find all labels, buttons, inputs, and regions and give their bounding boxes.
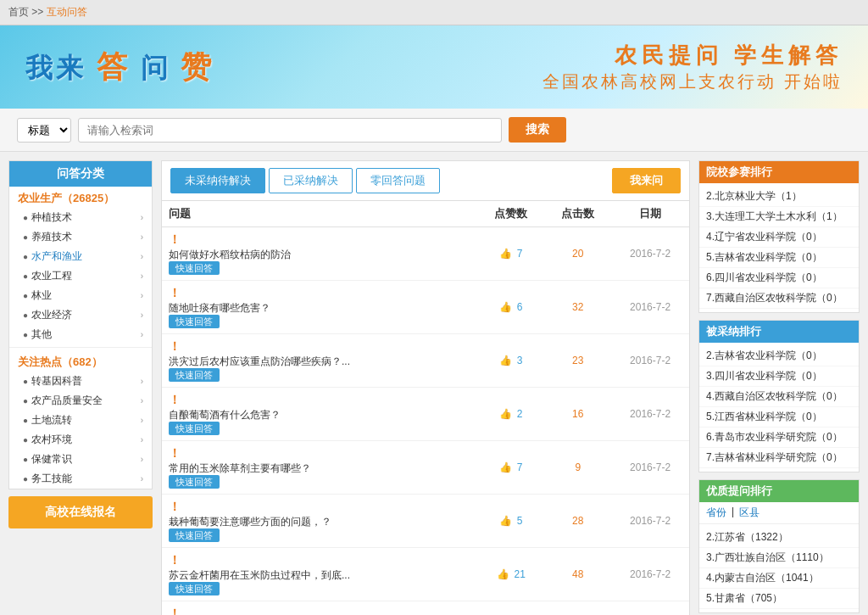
question-link[interactable]: 栽种葡萄要注意哪些方面的问题，？ (169, 515, 471, 529)
list-item[interactable]: 3.四川省农业科学院（0） (699, 366, 859, 387)
click-count: 20 (572, 248, 583, 260)
sidebar-item-other[interactable]: ●其他 › (9, 325, 152, 344)
clicks-cell: 16 (544, 388, 611, 441)
list-item[interactable]: 6.青岛市农业科学研究院（0） (699, 428, 859, 448)
search-button[interactable]: 搜索 (509, 117, 566, 143)
sidebar-item-plant[interactable]: ●种植技术 › (9, 208, 152, 227)
banner-slogan2: 全国农林高校网上支农行动 开始啦 (542, 70, 843, 93)
list-item[interactable]: 3.大连理工大学土木水利（1） (699, 207, 859, 227)
list-item[interactable]: 5.甘肃省（705） (699, 589, 859, 609)
question-cell: ！ 自酿葡萄酒有什么危害？ 快速回答 (162, 388, 478, 441)
sidebar-item-agri-eng[interactable]: ●农业工程 › (9, 266, 152, 286)
question-link[interactable]: 如何做好水稻纹枯病的防治 (169, 248, 471, 262)
sidebar-college-register[interactable]: 高校在线报名 (8, 496, 153, 528)
tab-solved[interactable]: 已采纳解决 (269, 168, 353, 193)
tab-ask[interactable]: 我来问 (612, 168, 681, 193)
sidebar-item-env[interactable]: ●农村环境 › (9, 430, 152, 450)
question-cell: ！ 洪灾过后农村应该重点防治哪些疾病？... 快速回答 (162, 334, 478, 388)
clicks-cell: 30 (544, 601, 611, 616)
question-icon: ！ (169, 607, 181, 615)
search-type-select[interactable]: 标题 (17, 118, 71, 143)
question-link[interactable]: 自酿葡萄酒有什么危害？ (169, 408, 471, 422)
clicks-cell: 48 (544, 548, 611, 601)
list-item[interactable]: 6.四川省农业科学院（0） (699, 268, 859, 288)
sidebar-item-agri-econ[interactable]: ●农业经济 › (9, 305, 152, 325)
clicks-cell: 23 (544, 334, 611, 388)
list-item[interactable]: 2.吉林省农业科学院（0） (699, 346, 859, 366)
search-input[interactable] (78, 118, 502, 143)
like-icon: 👍 (497, 568, 509, 580)
sidebar-item-food-safety[interactable]: ●农产品质量安全 › (9, 391, 152, 411)
likes-cell: 👍 2 (478, 388, 545, 441)
likes-cell: 👍 23 (478, 601, 545, 616)
sidebar-item-labor[interactable]: ●务工技能 › (9, 469, 152, 489)
list-item[interactable]: 3.广西壮族自治区（1110） (699, 548, 859, 568)
list-item[interactable]: 7.吉林省林业科学研究院（0） (699, 448, 859, 468)
list-item[interactable]: 7.西藏自治区农牧科学院（0） (699, 288, 859, 309)
date-cell: 2016-7-2 (611, 227, 689, 281)
sidebar-item-land[interactable]: ●土地流转 › (9, 411, 152, 430)
quality-link-province[interactable]: 省份 (706, 506, 726, 520)
table-row: ！ 梨树的叶子为什么变黄？ 快速回答 👍 23 30 2016-7-2 (162, 601, 689, 616)
list-item[interactable]: 4.内蒙古自治区（1041） (699, 568, 859, 589)
like-count: 6 (517, 301, 523, 313)
click-count: 23 (572, 355, 583, 366)
clicks-cell: 32 (544, 281, 611, 334)
tab-unsolved[interactable]: 未采纳待解决 (170, 168, 265, 193)
fast-reply-button[interactable]: 快速回答 (169, 261, 220, 275)
date-cell: 2016-7-2 (611, 548, 689, 601)
question-link[interactable]: 随地吐痰有哪些危害？ (169, 301, 471, 316)
fast-reply-button[interactable]: 快速回答 (169, 582, 220, 595)
like-icon: 👍 (499, 355, 512, 366)
tab-no-reply[interactable]: 零回答问题 (356, 168, 440, 193)
sidebar-item-gmo[interactable]: ●转基因科普 › (9, 372, 152, 391)
question-icon: ！ (169, 553, 181, 567)
clicks-cell: 28 (544, 495, 611, 548)
date-text: 2016-7-2 (630, 355, 670, 366)
content-area: 未采纳待解决 已采纳解决 零回答问题 我来问 问题 点赞数 点击数 日期 ！ 如… (161, 160, 690, 615)
date-cell: 2016-7-2 (611, 441, 689, 495)
table-row: ！ 洪灾过后农村应该重点防治哪些疾病？... 快速回答 👍 3 23 2016-… (162, 334, 689, 388)
sidebar-item-health[interactable]: ●保健常识 › (9, 450, 152, 469)
like-count: 2 (517, 408, 523, 420)
qa-table: 问题 点赞数 点击数 日期 ！ 如何做好水稻纹枯病的防治 快速回答 👍 7 20… (162, 201, 689, 615)
right-sidebar: 院校参赛排行 2.北京林业大学（1）3.大连理工大学土木水利（1）4.辽宁省农业… (698, 160, 860, 615)
question-link[interactable]: 苏云金杆菌用在玉米防虫过程中，到底... (169, 568, 471, 583)
list-item[interactable]: 4.西藏自治区农牧科学院（0） (699, 387, 859, 407)
list-item[interactable]: 5.吉林省农业科学院（0） (699, 248, 859, 268)
fast-reply-button[interactable]: 快速回答 (169, 422, 220, 435)
table-row: ！ 自酿葡萄酒有什么危害？ 快速回答 👍 2 16 2016-7-2 (162, 388, 689, 441)
date-text: 2016-7-2 (630, 301, 670, 313)
click-count: 32 (572, 301, 583, 313)
like-icon: 👍 (499, 248, 512, 260)
fast-reply-button[interactable]: 快速回答 (169, 475, 220, 489)
list-item[interactable]: 5.江西省林业科学院（0） (699, 407, 859, 428)
breadcrumb: 首页 >> 互动问答 (0, 0, 868, 25)
sidebar-item-fishery[interactable]: ●水产和渔业 › (9, 247, 152, 266)
clicks-cell: 9 (544, 441, 611, 495)
question-link[interactable]: 洪灾过后农村应该重点防治哪些疾病？... (169, 355, 471, 369)
date-cell: 2016-7-2 (611, 334, 689, 388)
list-item[interactable]: 4.辽宁省农业科学院（0） (699, 227, 859, 248)
date-text: 2016-7-2 (630, 461, 670, 473)
sidebar-item-breed[interactable]: ●养殖技术 › (9, 227, 152, 247)
quality-link-district[interactable]: 区县 (739, 506, 760, 520)
fast-reply-button[interactable]: 快速回答 (169, 528, 220, 542)
adopted-ranking-list: 2.吉林省农业科学院（0）3.四川省农业科学院（0）4.西藏自治区农牧科学院（0… (699, 343, 859, 472)
sidebar-cat2-title: 关注热点（682） (9, 350, 152, 372)
fast-reply-button[interactable]: 快速回答 (169, 368, 220, 382)
table-row: ！ 苏云金杆菌用在玉米防虫过程中，到底... 快速回答 👍 21 48 2016… (162, 548, 689, 601)
list-item[interactable]: 2.北京林业大学（1） (699, 187, 859, 207)
table-row: ！ 随地吐痰有哪些危害？ 快速回答 👍 6 32 2016-7-2 (162, 281, 689, 334)
question-link[interactable]: 常用的玉米除草剂主要有哪些？ (169, 461, 471, 476)
click-count: 48 (572, 568, 583, 580)
likes-cell: 👍 7 (478, 227, 545, 281)
breadcrumb-home[interactable]: 首页 (8, 6, 29, 18)
list-item[interactable]: 2.江苏省（1322） (699, 528, 859, 548)
question-icon: ！ (169, 339, 181, 353)
like-count: 7 (517, 461, 523, 473)
sidebar-item-forestry[interactable]: ●林业 › (9, 286, 152, 305)
question-icon: ！ (169, 232, 181, 246)
main-container: 问答分类 农业生产（26825） ●种植技术 › ●养殖技术 › ●水产和渔业 … (0, 152, 868, 615)
fast-reply-button[interactable]: 快速回答 (169, 315, 220, 328)
